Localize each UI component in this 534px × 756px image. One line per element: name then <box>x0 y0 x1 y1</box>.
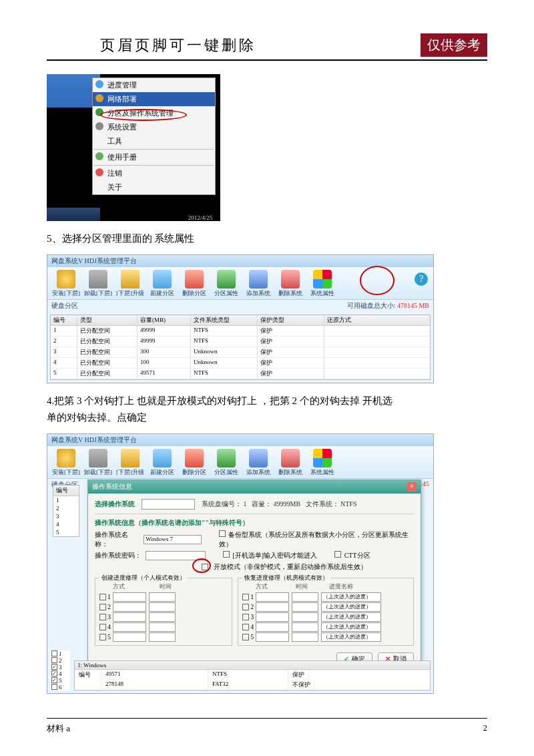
menu-item[interactable]: 分区及操作系统管理 <box>93 106 215 120</box>
time-dropdown[interactable] <box>292 632 318 642</box>
row-checkbox[interactable] <box>242 604 249 610</box>
time-dropdown[interactable] <box>292 622 318 632</box>
toolbar-button[interactable]: 系统属性 <box>306 449 338 477</box>
mode-dropdown[interactable] <box>113 602 146 612</box>
progress-dropdown[interactable]: （上次进入的进度） <box>321 592 381 602</box>
toolbar-button[interactable]: 删除系统 <box>274 270 306 298</box>
mode-dropdown[interactable] <box>113 622 146 632</box>
toolbar-icon <box>281 270 300 289</box>
progress-dropdown[interactable]: （上次进入的进度） <box>321 602 381 612</box>
toolbar-button[interactable]: 新建分区 <box>146 449 178 477</box>
row-checkbox[interactable] <box>242 594 249 600</box>
os-pwd-input[interactable] <box>146 551 206 560</box>
row-checkbox-item[interactable]: 3 <box>50 664 70 671</box>
os-info-header: 操作系统信息（操作系统名请勿添加""与特殊符号） <box>95 518 414 528</box>
toolbar-button[interactable]: 添加系统 <box>242 270 274 298</box>
mode-dropdown[interactable] <box>113 612 146 622</box>
row-checkbox[interactable] <box>99 594 106 600</box>
row-checkbox-list: 123456 <box>50 650 70 691</box>
header-badge: 仅供参考 <box>421 33 487 57</box>
table-row[interactable]: 4已分配空间100Unknown保护 <box>51 358 430 369</box>
mode-dropdown[interactable] <box>256 622 289 632</box>
row-checkbox[interactable] <box>242 614 249 620</box>
mode-dropdown[interactable] <box>113 592 146 602</box>
annotation-circle-sysprops <box>360 266 394 295</box>
menu-item[interactable]: 进度管理 <box>93 78 215 92</box>
toolbar-icon <box>249 270 268 289</box>
toolbar-button[interactable]: 卸载[下层] <box>82 270 114 298</box>
toolbar-button[interactable]: 安装[下层] <box>50 449 82 477</box>
toolbar-button[interactable]: 分区属性 <box>210 270 242 298</box>
ctt-checkbox[interactable] <box>334 551 341 558</box>
time-dropdown[interactable] <box>292 592 318 602</box>
mode-dropdown[interactable] <box>256 612 289 622</box>
table-row[interactable]: 5已分配空间49571NTFS保护 <box>51 369 430 379</box>
disk-total-value: 478145 MB <box>397 302 429 309</box>
toolbar-icon <box>313 270 332 289</box>
tab-windows[interactable]: 1: Windows <box>75 661 430 670</box>
menu-icon <box>95 80 103 88</box>
menu-item[interactable]: 注销 <box>93 166 215 180</box>
time-dropdown[interactable] <box>292 612 318 622</box>
menu-item[interactable]: 系统设置 <box>93 120 215 134</box>
table-row[interactable]: 3已分配空间300Unknown保护 <box>51 347 430 358</box>
toolbar-icon <box>185 449 204 467</box>
mode-dropdown[interactable] <box>113 632 146 642</box>
step-4-text-line2: 单的对钩去掉。点确定 <box>47 409 487 427</box>
schedule-row: 5 <box>99 632 228 642</box>
row-checkbox-item[interactable]: 4 <box>50 671 70 677</box>
schedule-row: 5（上次进入的进度） <box>242 632 409 642</box>
mode-dropdown[interactable] <box>256 602 289 612</box>
toolbar-button[interactable]: [下层]升级 <box>114 270 146 298</box>
toolbar-button[interactable]: 删除分区 <box>178 449 210 477</box>
row-checkbox[interactable] <box>99 604 106 610</box>
mode-dropdown[interactable] <box>256 592 289 602</box>
boot-menu-checkbox[interactable] <box>223 551 230 558</box>
toolbar-button[interactable]: 分区属性 <box>210 449 242 477</box>
menu-item[interactable]: 工具 <box>93 134 215 148</box>
time-dropdown[interactable] <box>149 622 176 632</box>
time-dropdown[interactable] <box>292 602 318 612</box>
time-dropdown[interactable] <box>149 632 176 642</box>
row-checkbox-item[interactable]: 5 <box>50 677 70 684</box>
row-checkbox[interactable] <box>99 614 106 620</box>
toolbar-icon <box>185 270 204 289</box>
progress-dropdown[interactable]: （上次进入的进度） <box>321 622 381 632</box>
table-row[interactable]: 2已分配空间49999NTFS保护 <box>51 337 430 347</box>
toolbar-button[interactable]: [下层]升级 <box>114 449 146 477</box>
toolbar-button[interactable]: 安装[下层] <box>50 270 82 298</box>
row-checkbox-item[interactable]: 2 <box>50 657 70 664</box>
menu-item[interactable]: 网络部署 <box>93 92 215 106</box>
menu-item[interactable]: 使用手册 <box>93 150 215 164</box>
open-mode-checkbox[interactable] <box>202 564 208 570</box>
row-checkbox[interactable] <box>242 634 249 640</box>
close-icon[interactable]: × <box>407 482 417 492</box>
time-dropdown[interactable] <box>149 602 176 612</box>
row-checkbox[interactable] <box>99 634 106 640</box>
os-name-input[interactable]: Windows 7 <box>144 535 202 544</box>
mode-dropdown[interactable] <box>256 632 289 642</box>
help-button[interactable]: ? <box>415 272 428 286</box>
time-dropdown[interactable] <box>149 612 176 622</box>
row-checkbox-item[interactable]: 1 <box>50 650 70 657</box>
row-checkbox[interactable] <box>99 624 106 630</box>
schedule-row: 1 <box>99 592 228 602</box>
backup-checkbox[interactable] <box>219 530 226 537</box>
toolbar-button[interactable]: 添加系统 <box>242 449 274 477</box>
toolbar-button[interactable]: 新建分区 <box>146 270 178 298</box>
progress-dropdown[interactable]: （上次进入的进度） <box>321 632 381 642</box>
screenshot-context-menu: 进度管理网络部署分区及操作系统管理系统设置工具使用手册注销关于 2012/4/2… <box>47 74 220 221</box>
progress-dropdown[interactable]: （上次进入的进度） <box>321 612 381 622</box>
row-checkbox[interactable] <box>242 624 249 630</box>
toolbar-button[interactable]: 删除分区 <box>178 270 210 298</box>
toolbar-button[interactable]: 卸载[下层] <box>82 449 114 477</box>
row-checkbox-item[interactable]: 6 <box>50 684 70 691</box>
menu-icon <box>95 108 103 116</box>
select-os-dropdown[interactable] <box>142 499 195 510</box>
schedule-row: 2 <box>99 602 228 612</box>
toolbar-button[interactable]: 删除系统 <box>274 449 306 477</box>
toolbar-button[interactable]: 系统属性 <box>306 270 338 298</box>
time-dropdown[interactable] <box>149 592 176 602</box>
table-row[interactable]: 1已分配空间49999NTFS保护 <box>51 326 430 337</box>
menu-item[interactable]: 关于 <box>93 180 215 194</box>
